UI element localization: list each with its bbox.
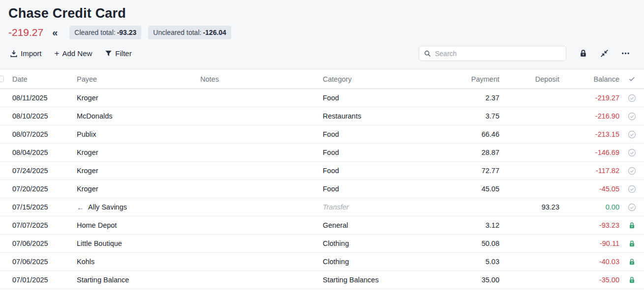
transaction-row[interactable]: 08/07/2025 Publix Food 66.46 -213.15 [0, 125, 644, 144]
transaction-payee[interactable]: Kohls [77, 253, 200, 271]
transaction-deposit[interactable] [499, 216, 559, 234]
transaction-payee[interactable]: Home Depot [77, 216, 200, 234]
transaction-notes[interactable] [200, 180, 323, 198]
transaction-payment[interactable]: 3.12 [451, 216, 499, 234]
more-button[interactable] [619, 47, 632, 60]
transaction-category[interactable]: Food [323, 144, 451, 161]
column-header-deposit[interactable]: Deposit [499, 69, 559, 89]
transaction-category[interactable]: Food [323, 89, 451, 107]
transaction-row[interactable]: 07/20/2025 Kroger Food 45.05 -45.05 [0, 180, 644, 198]
transaction-row[interactable]: 07/01/2025 Starting Balance Starting Bal… [0, 271, 644, 289]
transaction-category[interactable]: Transfer [323, 198, 451, 216]
transaction-payment[interactable]: 35.00 [451, 271, 499, 289]
transaction-deposit[interactable] [499, 107, 559, 125]
transaction-status-toggle[interactable] [619, 180, 644, 198]
transaction-row[interactable]: 08/10/2025 McDonalds Restaurants 3.75 -2… [0, 107, 644, 125]
transaction-payment[interactable]: 72.77 [451, 162, 499, 180]
transaction-row[interactable]: 07/15/2025 ←Ally Savings Transfer 93.23 … [0, 198, 644, 216]
transaction-deposit[interactable]: 93.23 [499, 198, 559, 216]
transaction-date[interactable]: 07/20/2025 [8, 180, 77, 198]
transaction-status-toggle[interactable] [619, 107, 644, 125]
transaction-notes[interactable] [200, 198, 323, 216]
transaction-category[interactable]: Starting Balances [323, 271, 451, 289]
column-header-notes[interactable]: Notes [200, 69, 323, 89]
transaction-payee[interactable]: Kroger [77, 144, 200, 161]
transaction-deposit[interactable] [499, 235, 559, 252]
transaction-category[interactable]: General [323, 216, 451, 234]
transaction-status-toggle[interactable] [619, 253, 644, 271]
transaction-payee[interactable]: McDonalds [77, 107, 200, 125]
transaction-payee[interactable]: Little Boutique [77, 235, 200, 252]
transaction-payment[interactable]: 2.37 [451, 89, 499, 107]
transaction-date[interactable]: 07/15/2025 [8, 198, 77, 216]
transaction-notes[interactable] [200, 107, 323, 125]
transaction-date[interactable]: 07/01/2025 [8, 271, 77, 289]
collapse-rows-button[interactable] [598, 47, 611, 60]
transaction-status-toggle[interactable] [619, 216, 644, 234]
transaction-deposit[interactable] [499, 89, 559, 107]
transaction-category[interactable]: Clothing [323, 253, 451, 271]
transaction-deposit[interactable] [499, 162, 559, 180]
transaction-payment[interactable] [451, 198, 499, 216]
transaction-payment[interactable]: 3.75 [451, 107, 499, 125]
column-header-balance[interactable]: Balance [559, 69, 619, 89]
transaction-category[interactable]: Food [323, 180, 451, 198]
add-new-button[interactable]: + Add New [54, 47, 93, 60]
transaction-category[interactable]: Food [323, 125, 451, 143]
transaction-date[interactable]: 07/06/2025 [8, 235, 77, 252]
transaction-payee[interactable]: Kroger [77, 89, 200, 107]
transaction-notes[interactable] [200, 125, 323, 143]
transaction-payee[interactable]: Kroger [77, 162, 200, 180]
transaction-row[interactable]: 08/04/2025 Kroger Food 28.87 -146.69 [0, 144, 644, 162]
transaction-notes[interactable] [200, 89, 323, 107]
transaction-payment[interactable]: 5.03 [451, 253, 499, 271]
search-box[interactable] [419, 46, 566, 61]
transaction-date[interactable]: 07/07/2025 [8, 216, 77, 234]
transaction-deposit[interactable] [499, 144, 559, 161]
transaction-row[interactable]: 07/24/2025 Kroger Food 72.77 -117.82 [0, 162, 644, 180]
transaction-payee[interactable]: Kroger [77, 180, 200, 198]
column-header-payment[interactable]: Payment [451, 69, 499, 89]
transaction-deposit[interactable] [499, 125, 559, 143]
column-header-status[interactable] [619, 69, 644, 89]
transaction-category[interactable]: Restaurants [323, 107, 451, 125]
transaction-notes[interactable] [200, 144, 323, 161]
transaction-payment[interactable]: 50.08 [451, 235, 499, 252]
transaction-payee[interactable]: Starting Balance [77, 271, 200, 289]
transaction-payment[interactable]: 66.46 [451, 125, 499, 143]
column-header-date[interactable]: Date [8, 69, 77, 89]
transaction-status-toggle[interactable] [619, 144, 644, 161]
transaction-date[interactable]: 08/07/2025 [8, 125, 77, 143]
transaction-deposit[interactable] [499, 180, 559, 198]
transaction-status-toggle[interactable] [619, 89, 644, 107]
transaction-row[interactable]: 07/06/2025 Little Boutique Clothing 50.0… [0, 235, 644, 253]
transaction-category[interactable]: Food [323, 162, 451, 180]
transaction-notes[interactable] [200, 162, 323, 180]
transaction-notes[interactable] [200, 216, 323, 234]
transaction-notes[interactable] [200, 253, 323, 271]
transaction-date[interactable]: 08/10/2025 [8, 107, 77, 125]
transaction-date[interactable]: 07/06/2025 [8, 253, 77, 271]
transaction-payee[interactable]: ←Ally Savings [77, 198, 200, 216]
transaction-notes[interactable] [200, 235, 323, 252]
filter-button[interactable]: Filter [104, 47, 132, 60]
transaction-row[interactable]: 08/11/2025 Kroger Food 2.37 -219.27 [0, 89, 644, 107]
transaction-status-toggle[interactable] [619, 198, 644, 216]
transaction-deposit[interactable] [499, 271, 559, 289]
collapse-header-button[interactable]: « [51, 28, 59, 37]
search-input[interactable] [435, 50, 561, 58]
column-header-payee[interactable]: Payee [77, 69, 200, 89]
transaction-category[interactable]: Clothing [323, 235, 451, 252]
transaction-payee[interactable]: Publix [77, 125, 200, 143]
column-header-category[interactable]: Category [323, 69, 451, 89]
transaction-status-toggle[interactable] [619, 162, 644, 180]
select-all-checkbox[interactable] [0, 76, 4, 82]
transaction-date[interactable]: 08/11/2025 [8, 89, 77, 107]
import-button[interactable]: Import [9, 47, 43, 60]
transaction-deposit[interactable] [499, 253, 559, 271]
transaction-status-toggle[interactable] [619, 271, 644, 289]
transaction-row[interactable]: 07/07/2025 Home Depot General 3.12 -93.2… [0, 216, 644, 235]
transaction-notes[interactable] [200, 271, 323, 289]
transaction-row[interactable]: 07/06/2025 Kohls Clothing 5.03 -40.03 [0, 253, 644, 271]
transaction-date[interactable]: 07/24/2025 [8, 162, 77, 180]
